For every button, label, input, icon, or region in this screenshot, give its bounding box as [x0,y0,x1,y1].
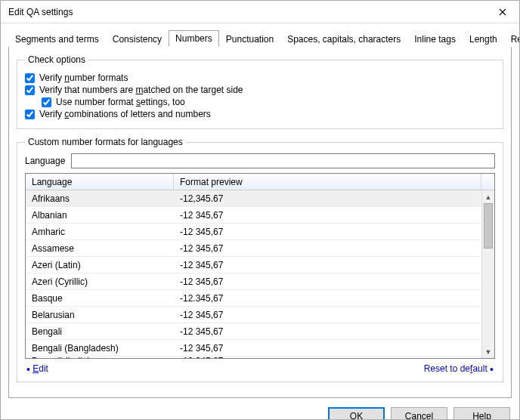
titlebar: Edit QA settings [1,1,519,23]
bullet-icon: • [26,363,30,375]
verify-matched-label: Verify that numbers are matched on the t… [39,85,243,95]
cell-format: -12 345,67 [174,357,481,358]
cell-format: -12,345.67 [174,193,481,204]
cell-language: Azeri (Cyrillic) [26,276,174,287]
verify-number-formats-checkbox[interactable] [25,73,35,83]
verify-matched-row: Verify that numbers are matched on the t… [25,85,495,95]
cell-format: -12 345,67 [174,243,481,254]
table-row[interactable]: Amharic-12 345,67 [26,224,481,240]
cell-language: Bengali (Bangladesh) [26,343,174,354]
tab-inline-tags[interactable]: Inline tags [407,31,463,47]
tab-panel-numbers: Check options Verify number formats Veri… [8,47,512,398]
custom-formats-group: Custom number formats for languages Lang… [17,137,503,382]
tab-regex[interactable]: Regex [504,31,520,47]
dialog-button-row: OK Cancel Help [1,398,519,420]
verify-number-formats-row: Verify number formats [25,73,495,83]
scroll-track[interactable] [482,203,494,345]
vertical-scrollbar[interactable]: ▲ ▼ [481,190,494,358]
window-title: Edit QA settings [8,7,73,17]
cell-format: -12 345,67 [174,227,481,237]
cancel-button[interactable]: Cancel [391,407,447,420]
cell-language: Basque [26,293,174,304]
cell-language: Bengali (India) [26,357,174,358]
language-filter-input[interactable] [71,153,495,168]
verify-matched-checkbox[interactable] [25,85,35,95]
check-options-group: Check options Verify number formats Veri… [17,54,503,129]
language-filter-label: Language [25,156,65,166]
scroll-thumb[interactable] [484,203,493,249]
edit-link[interactable]: Edit [32,363,48,374]
cell-language: Assamese [26,243,174,254]
edit-link-wrap: • Edit [26,363,48,374]
table-row[interactable]: Afrikaans-12,345.67 [26,190,481,207]
cell-format: -12 345,67 [174,310,481,320]
reset-link-wrap: Reset to default • [424,363,494,374]
use-number-format-settings-row: Use number format settings, too [42,97,495,107]
verify-combinations-row: Verify combinations of letters and numbe… [25,109,495,119]
reset-to-default-link[interactable]: Reset to default [424,363,488,374]
cell-language: Azeri (Latin) [26,260,174,270]
cell-format: -12 345,67 [174,326,481,337]
bullet-icon: • [490,363,494,375]
check-options-legend: Check options [25,54,88,65]
cell-format: -12 345,67 [174,260,481,270]
use-number-format-settings-checkbox[interactable] [42,97,51,107]
cell-format: -12 345,67 [174,343,481,354]
table-row[interactable]: Albanian-12 345,67 [26,207,481,224]
table-row[interactable]: Belarusian-12 345,67 [26,307,481,323]
cell-format: -12.345,67 [174,293,481,304]
grid-rows: Afrikaans-12,345.67 Albanian-12 345,67 A… [26,190,481,358]
grid-links-row: • Edit Reset to default • [25,359,495,374]
cell-format: -12 345,67 [174,210,481,221]
grid-body: Afrikaans-12,345.67 Albanian-12 345,67 A… [26,190,494,358]
help-button[interactable]: Help [453,407,510,420]
close-button[interactable] [485,1,519,23]
tab-punctuation[interactable]: Punctuation [219,31,280,47]
cell-language: Afrikaans [26,193,174,204]
cell-format: -12 345,67 [174,276,481,287]
formats-grid: Language Format preview Afrikaans-12,345… [25,173,495,359]
col-header-language[interactable]: Language [26,174,174,190]
table-row[interactable]: Azeri (Latin)-12 345,67 [26,257,481,273]
table-row[interactable]: Bengali (India)-12 345,67 [26,357,481,358]
language-filter-row: Language [25,153,495,168]
scroll-up-icon[interactable]: ▲ [482,190,494,203]
tab-numbers[interactable]: Numbers [169,30,219,47]
tab-strip: Segments and terms Consistency Numbers P… [8,29,512,47]
use-number-format-settings-label: Use number format settings, too [56,97,185,107]
col-header-scroll-spacer [481,174,494,190]
close-icon [499,8,506,16]
dialog-content: Segments and terms Consistency Numbers P… [1,23,519,398]
verify-number-formats-label: Verify number formats [39,73,128,83]
cell-language: Belarusian [26,310,174,320]
table-row[interactable]: Bengali (Bangladesh)-12 345,67 [26,340,481,357]
col-header-format[interactable]: Format preview [174,174,481,190]
table-row[interactable]: Azeri (Cyrillic)-12 345,67 [26,273,481,290]
table-row[interactable]: Basque-12.345,67 [26,290,481,307]
tab-segments-terms[interactable]: Segments and terms [8,31,106,47]
scroll-down-icon[interactable]: ▼ [482,345,494,358]
cell-language: Albanian [26,210,174,221]
custom-formats-legend: Custom number formats for languages [25,137,186,147]
tab-consistency[interactable]: Consistency [106,31,169,47]
ok-button[interactable]: OK [328,407,385,420]
grid-header: Language Format preview [26,174,494,190]
verify-combinations-label: Verify combinations of letters and numbe… [39,109,211,119]
cell-language: Bengali [26,326,174,337]
cell-language: Amharic [26,227,174,237]
tab-length[interactable]: Length [463,31,504,47]
tab-spaces-capitals[interactable]: Spaces, capitals, characters [280,31,407,47]
table-row[interactable]: Bengali-12 345,67 [26,323,481,340]
table-row[interactable]: Assamese-12 345,67 [26,240,481,257]
verify-combinations-checkbox[interactable] [25,110,35,119]
